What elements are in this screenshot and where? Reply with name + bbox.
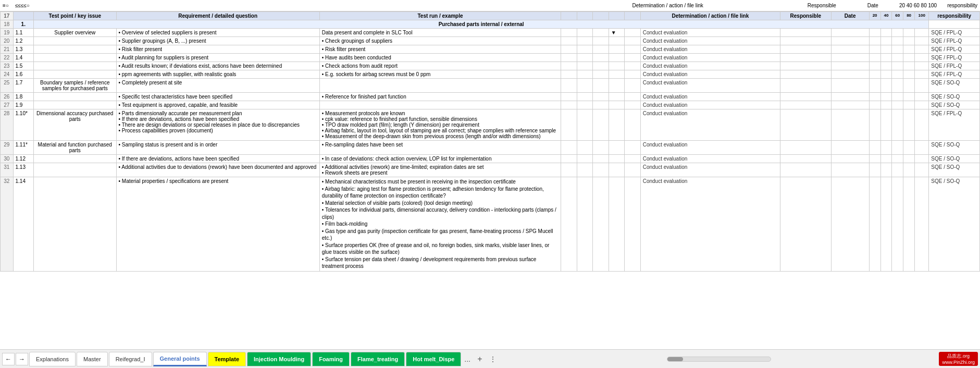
responsible-cell bbox=[780, 155, 831, 163]
col-prog100: 100 bbox=[915, 12, 929, 20]
horizontal-scrollbar[interactable] bbox=[667, 357, 771, 362]
responsible-cell bbox=[780, 70, 831, 79]
determination-cell: Conduct evaluation bbox=[640, 79, 780, 93]
e5 bbox=[625, 93, 640, 101]
tab-hot-melt[interactable]: Hot melt_Dispe bbox=[406, 352, 461, 366]
prog60 bbox=[892, 101, 903, 109]
prog60 bbox=[892, 45, 903, 54]
date-cell bbox=[831, 37, 869, 45]
table-row: 19 1.1 Supplier overview • Overview of s… bbox=[1, 29, 980, 37]
tab-master[interactable]: Master bbox=[77, 352, 108, 366]
prog40 bbox=[880, 62, 892, 70]
requirement-cell: • Supplier groupings (A, B, ...) present bbox=[116, 37, 319, 45]
col-responsible: Responsible bbox=[780, 12, 831, 20]
testrun-cell: • Mechanical characteristics must be pre… bbox=[319, 177, 561, 272]
tab-template[interactable]: Template bbox=[208, 352, 246, 366]
row-number: 25 bbox=[1, 79, 14, 93]
e5 bbox=[625, 109, 640, 141]
e2 bbox=[577, 109, 592, 141]
header-responsibility: responsibility bbox=[947, 3, 977, 8]
responsibility-cell: SQE / FPL-Q bbox=[929, 54, 980, 62]
prog40 bbox=[880, 141, 892, 155]
prog40 bbox=[880, 37, 892, 45]
date-cell bbox=[831, 155, 869, 163]
col-requirement: Requirement / detailed question bbox=[116, 12, 319, 20]
section-title: Purchased parts internal / external bbox=[33, 20, 928, 29]
table-row: 29 1.11* Material and function purchased… bbox=[1, 141, 980, 155]
responsibility-cell: SQE / FPL-Q bbox=[929, 70, 980, 79]
table-area: 17 Test point / key issue Requirement / … bbox=[0, 11, 980, 349]
col-prog40: 40 bbox=[880, 12, 892, 20]
table-row: 20 1.2 • Supplier groupings (A, B, ...) … bbox=[1, 37, 980, 45]
table-row: 32 1.14 • Material properties / specific… bbox=[1, 177, 980, 272]
testrun-cell: • Re-sampling dates have been set bbox=[319, 141, 561, 155]
item-num: 1.2 bbox=[13, 37, 33, 45]
prog20 bbox=[869, 163, 880, 177]
prog20 bbox=[869, 62, 880, 70]
prog80 bbox=[903, 29, 915, 37]
e4 bbox=[609, 155, 624, 163]
e3 bbox=[593, 177, 609, 272]
e1 bbox=[561, 155, 577, 163]
tab-foaming[interactable]: Foaming bbox=[312, 352, 350, 366]
prog80 bbox=[903, 37, 915, 45]
col-testrun: Test run / example bbox=[319, 12, 561, 20]
responsibility-cell: SQE / FPL-Q bbox=[929, 109, 980, 141]
prog60 bbox=[892, 155, 903, 163]
tab-general-points[interactable]: General points bbox=[153, 352, 207, 366]
e1 bbox=[561, 93, 577, 101]
col-e4 bbox=[609, 12, 624, 20]
responsible-cell bbox=[780, 29, 831, 37]
prog100 bbox=[915, 79, 929, 93]
prog80 bbox=[903, 62, 915, 70]
tab-injection-moulding[interactable]: Injection Moulding bbox=[247, 352, 311, 366]
prog60 bbox=[892, 54, 903, 62]
responsibility-cell: SQE / SO-Q bbox=[929, 177, 980, 272]
col-prog80: 80 bbox=[903, 12, 915, 20]
tab-reifegrad[interactable]: Reifegrad_I bbox=[109, 352, 152, 366]
scrollbar-thumb bbox=[667, 357, 683, 361]
testrun-cell: • Check actions from audit report bbox=[319, 62, 561, 70]
tab-nav-next[interactable]: → bbox=[16, 353, 28, 365]
prog40 bbox=[880, 163, 892, 177]
date-cell bbox=[831, 54, 869, 62]
e4 bbox=[609, 101, 624, 109]
prog100 bbox=[915, 155, 929, 163]
prog100 bbox=[915, 141, 929, 155]
e3 bbox=[593, 79, 609, 93]
e4: ▼ bbox=[609, 29, 624, 37]
prog100 bbox=[915, 93, 929, 101]
prog60 bbox=[892, 79, 903, 93]
e2 bbox=[577, 45, 592, 54]
prog20 bbox=[869, 70, 880, 79]
tab-explanations[interactable]: Explanations bbox=[29, 352, 76, 366]
row-number: 21 bbox=[1, 45, 14, 54]
e1 bbox=[561, 29, 577, 37]
table-row: 21 1.3 • Risk filter present • Risk filt… bbox=[1, 45, 980, 54]
testrun-cell bbox=[319, 79, 561, 93]
watermark: 品质志.orgwww.PinZhi.org bbox=[939, 352, 978, 366]
e4 bbox=[609, 109, 624, 141]
prog100 bbox=[915, 29, 929, 37]
row-number: 32 bbox=[1, 177, 14, 272]
header-date: Date bbox=[867, 3, 878, 8]
test-point bbox=[33, 45, 116, 54]
e4 bbox=[609, 70, 624, 79]
prog60 bbox=[892, 177, 903, 272]
requirement-cell: • Test equipment is approved, capable, a… bbox=[116, 101, 319, 109]
col-e2 bbox=[577, 12, 592, 20]
responsibility-cell: SQE / SO-Q bbox=[929, 101, 980, 109]
prog20 bbox=[869, 155, 880, 163]
more-tabs-button[interactable]: ... bbox=[462, 354, 473, 364]
e2 bbox=[577, 79, 592, 93]
date-cell bbox=[831, 93, 869, 101]
testrun-cell: • E.g. sockets for airbag screws must be… bbox=[319, 70, 561, 79]
add-sheet-button[interactable]: + bbox=[474, 353, 486, 365]
sheet-options-button[interactable]: ⋮ bbox=[487, 354, 499, 364]
tab-nav-prev[interactable]: ← bbox=[2, 353, 15, 365]
prog80 bbox=[903, 155, 915, 163]
scrollbar-area bbox=[667, 357, 771, 362]
header-responsible: Responsible bbox=[808, 3, 836, 8]
tab-flame-treating[interactable]: Flame_treating bbox=[351, 352, 405, 366]
e2 bbox=[577, 101, 592, 109]
